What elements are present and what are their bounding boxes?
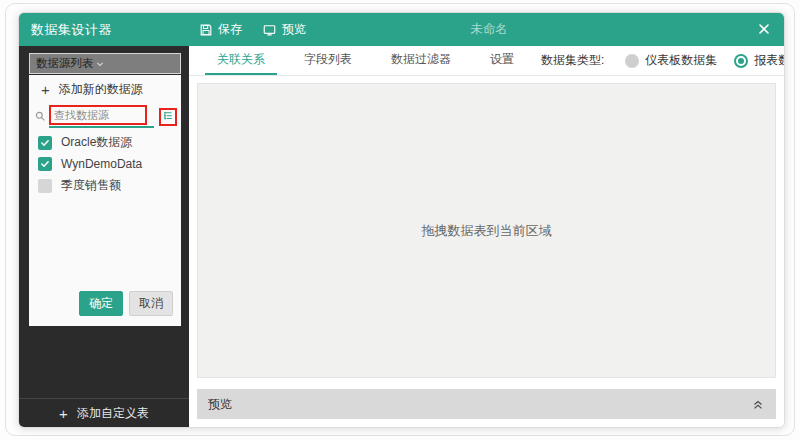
list-item-label: WynDemoData (61, 157, 142, 171)
list-item-wyndemodata[interactable]: WynDemoData (29, 154, 181, 174)
tree-list-icon[interactable] (162, 110, 175, 123)
titlebar: 数据集设计器 保存 预览 未命名 (19, 13, 784, 46)
list-item-oracle[interactable]: Oracle数据源 (29, 131, 181, 154)
plus-icon: + (41, 82, 50, 97)
preview-panel-bar[interactable]: 预览 (197, 389, 776, 419)
screenshot-stage: 数据集设计器 保存 预览 未命名 (0, 0, 800, 440)
list-item-label: 季度销售额 (61, 177, 121, 194)
collapse-up-icon[interactable] (751, 397, 765, 411)
tab-relations[interactable]: 关联关系 (205, 46, 277, 75)
save-button[interactable]: 保存 (199, 21, 242, 38)
radio-off-icon (625, 54, 639, 68)
add-custom-table-label: 添加自定义表 (77, 405, 149, 422)
tab-data-filter[interactable]: 数据过滤器 (379, 46, 463, 75)
add-datasource-button[interactable]: + 添加新的数据源 (29, 75, 181, 103)
preview-panel-label: 预览 (208, 396, 232, 413)
datasource-list-select-value: 数据源列表 (36, 56, 94, 71)
datasource-list-select[interactable]: 数据源列表 (29, 53, 181, 74)
radio-report-label: 报表数据集 (754, 52, 785, 69)
save-label: 保存 (218, 21, 242, 38)
panel-footer: 确定 取消 (29, 283, 181, 326)
radio-dashboard-label: 仪表板数据集 (645, 52, 717, 69)
table-drop-area[interactable]: 拖拽数据表到当前区域 (197, 83, 776, 378)
search-icon (34, 110, 47, 123)
preview-label: 预览 (282, 21, 306, 38)
preview-button[interactable]: 预览 (262, 21, 306, 38)
radio-dashboard-dataset[interactable]: 仪表板数据集 (625, 52, 717, 69)
annotation-treelist-highlight (159, 108, 177, 126)
preview-icon (262, 23, 277, 37)
radio-on-icon (734, 54, 748, 68)
main-content: 拖拽数据表到当前区域 预览 (189, 76, 784, 427)
tab-field-list[interactable]: 字段列表 (292, 46, 364, 75)
ok-button[interactable]: 确定 (79, 291, 123, 316)
list-item-label: Oracle数据源 (61, 134, 132, 151)
cancel-button[interactable]: 取消 (129, 291, 173, 316)
titlebar-actions: 保存 预览 (199, 21, 306, 38)
chevron-down-icon (94, 58, 106, 70)
window-body: 数据源列表 + 添加新的数据源 (19, 46, 784, 427)
dataset-type-label: 数据集类型: (541, 52, 604, 69)
dataset-designer-window: 数据集设计器 保存 预览 未命名 (18, 12, 785, 428)
datasource-panel: + 添加新的数据源 (29, 75, 181, 326)
close-button[interactable] (756, 21, 772, 37)
sidebar: 数据源列表 + 添加新的数据源 (19, 46, 189, 427)
datasource-list: Oracle数据源 WynDemoData 季度销售额 (29, 131, 181, 197)
radio-report-dataset[interactable]: 报表数据集 (734, 52, 785, 69)
plus-icon: + (59, 406, 68, 421)
checkbox-checked-icon[interactable] (38, 136, 52, 150)
checkbox-unchecked-icon[interactable] (38, 179, 52, 193)
search-underline (49, 105, 154, 128)
list-item-quarterly-sales[interactable]: 季度销售额 (29, 174, 181, 197)
close-icon (756, 23, 772, 40)
tabbar: 关联关系 字段列表 数据过滤器 设置 数据集类型: 仪表板数据集 报表数据集 (189, 46, 784, 76)
checkbox-checked-icon[interactable] (38, 157, 52, 171)
app-title: 数据集设计器 (31, 21, 112, 39)
annotation-search-highlight (49, 105, 147, 125)
tab-settings[interactable]: 设置 (478, 46, 526, 75)
add-datasource-label: 添加新的数据源 (59, 81, 143, 98)
save-icon (199, 23, 213, 37)
search-row (29, 103, 181, 128)
dataset-type-group: 数据集类型: 仪表板数据集 报表数据集 (541, 46, 785, 75)
drop-hint-text: 拖拽数据表到当前区域 (422, 222, 552, 240)
main-area: 关联关系 字段列表 数据过滤器 设置 数据集类型: 仪表板数据集 报表数据集 (189, 46, 784, 427)
document-name: 未命名 (349, 21, 629, 38)
add-custom-table-button[interactable]: + 添加自定义表 (19, 398, 189, 427)
search-input[interactable] (51, 107, 145, 123)
